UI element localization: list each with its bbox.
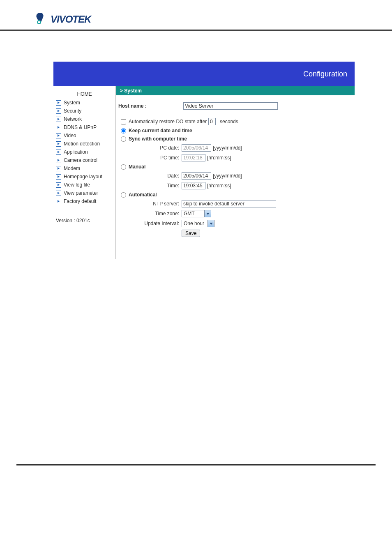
arrow-right-icon xyxy=(56,182,61,188)
sidebar-item-label: Motion detection xyxy=(64,141,100,147)
time-zone-select[interactable]: GMT xyxy=(182,210,211,217)
sidebar-item-label: Network xyxy=(64,116,82,122)
sidebar-item-system[interactable]: System xyxy=(53,99,115,107)
page-title: Configuration xyxy=(303,70,347,78)
sidebar-item-security[interactable]: Security xyxy=(53,107,115,115)
host-name-label: Host name : xyxy=(118,103,183,109)
sidebar-item-network[interactable]: Network xyxy=(53,115,115,123)
keep-current-radio[interactable] xyxy=(121,128,126,134)
sidebar-home[interactable]: HOME xyxy=(53,89,115,99)
chevron-down-icon xyxy=(208,220,214,227)
auto-restore-label-suffix: seconds xyxy=(220,119,238,124)
version-text: Version : 0201c xyxy=(53,205,115,226)
sidebar-item-label: Camera control xyxy=(64,157,97,163)
arrow-right-icon xyxy=(56,191,61,196)
svg-rect-1 xyxy=(38,21,40,23)
arrow-right-icon xyxy=(56,125,61,130)
manual-date-input[interactable] xyxy=(182,172,211,180)
auto-restore-seconds-input[interactable] xyxy=(208,118,216,125)
manual-label: Manual xyxy=(129,164,145,170)
arrow-right-icon xyxy=(56,133,61,138)
sidebar-item-application[interactable]: Application xyxy=(53,148,115,156)
manual-time-label: Time: xyxy=(136,183,182,189)
automatical-label: Automatical xyxy=(129,192,157,198)
pc-date-label: PC date: xyxy=(136,145,182,151)
logo-icon xyxy=(35,12,48,26)
time-zone-value: GMT xyxy=(182,211,204,216)
pc-date-hint: [yyyy/mm/dd] xyxy=(213,145,242,151)
arrow-right-icon xyxy=(56,108,61,114)
sync-computer-radio[interactable] xyxy=(121,136,126,142)
content: > System Host name : Automatically resto… xyxy=(116,86,355,259)
app-window: Configuration HOME System Security Netwo… xyxy=(53,62,355,259)
title-bar: Configuration xyxy=(53,62,355,86)
sidebar-item-modem[interactable]: Modem xyxy=(53,164,115,173)
manual-time-hint: [hh:mm:ss] xyxy=(207,183,231,189)
manual-time-input[interactable] xyxy=(182,182,205,189)
sidebar-item-video[interactable]: Video xyxy=(53,131,115,140)
save-button[interactable]: Save xyxy=(182,230,200,237)
page-header: VIVOTEK xyxy=(0,0,392,31)
sidebar-item-label: System xyxy=(64,100,80,106)
sidebar-item-camera-control[interactable]: Camera control xyxy=(53,156,115,164)
sidebar-item-view-log-file[interactable]: View log file xyxy=(53,181,115,189)
pc-time-hint: [hh:mm:ss] xyxy=(207,155,231,161)
update-interval-label: Update Interval: xyxy=(136,221,182,226)
sidebar-item-label: View parameter xyxy=(64,190,98,196)
chevron-down-icon xyxy=(204,210,211,217)
sidebar-item-ddns-upnp[interactable]: DDNS & UPnP xyxy=(53,123,115,131)
arrow-right-icon xyxy=(56,158,61,163)
ntp-server-label: NTP server: xyxy=(136,201,182,207)
sidebar-item-homepage-layout[interactable]: Homepage layout xyxy=(53,173,115,181)
sidebar-item-label: Application xyxy=(64,149,88,155)
manual-date-label: Date: xyxy=(136,173,182,179)
arrow-right-icon xyxy=(56,117,61,122)
sidebar-item-label: DDNS & UPnP xyxy=(64,124,97,130)
manual-radio[interactable] xyxy=(121,164,126,170)
arrow-right-icon xyxy=(56,100,61,106)
sidebar: HOME System Security Network DDNS & UPnP… xyxy=(53,86,116,259)
arrow-right-icon xyxy=(56,141,61,147)
sidebar-item-label: Factory default xyxy=(64,198,96,204)
system-form: Host name : Automatically restore DO sta… xyxy=(116,95,355,242)
sidebar-item-view-parameter[interactable]: View parameter xyxy=(53,189,115,197)
ntp-server-input[interactable] xyxy=(182,200,276,207)
pc-time-input xyxy=(182,154,205,161)
time-zone-label: Time zone: xyxy=(136,211,182,216)
pc-time-label: PC time: xyxy=(136,155,182,161)
sidebar-item-label: Video xyxy=(64,133,76,138)
host-name-input[interactable] xyxy=(183,102,278,110)
automatical-radio[interactable] xyxy=(121,192,126,198)
manual-date-hint: [yyyy/mm/dd] xyxy=(213,173,242,179)
pc-date-input xyxy=(182,144,211,152)
auto-restore-checkbox[interactable] xyxy=(121,119,126,124)
sync-computer-label: Sync with computer time xyxy=(129,136,187,142)
sidebar-item-label: Security xyxy=(64,108,81,114)
update-interval-select[interactable]: One hour xyxy=(182,220,214,227)
logo: VIVOTEK xyxy=(35,12,392,26)
sidebar-item-label: View log file xyxy=(64,182,90,188)
footer-rule xyxy=(16,464,376,465)
logo-text: VIVOTEK xyxy=(51,14,91,25)
arrow-right-icon xyxy=(56,166,61,171)
update-interval-value: One hour xyxy=(182,221,208,226)
sidebar-item-label: Homepage layout xyxy=(64,174,102,180)
sidebar-item-motion-detection[interactable]: Motion detection xyxy=(53,140,115,148)
arrow-right-icon xyxy=(56,174,61,180)
auto-restore-label-prefix: Automatically restore DO state after xyxy=(129,119,207,124)
sidebar-item-label: Modem xyxy=(64,166,80,171)
section-title: > System xyxy=(116,86,355,95)
keep-current-label: Keep current date and time xyxy=(129,128,192,134)
arrow-right-icon xyxy=(56,150,61,155)
footer-link[interactable] xyxy=(314,478,355,478)
sidebar-item-factory-default[interactable]: Factory default xyxy=(53,197,115,205)
arrow-right-icon xyxy=(56,199,61,204)
